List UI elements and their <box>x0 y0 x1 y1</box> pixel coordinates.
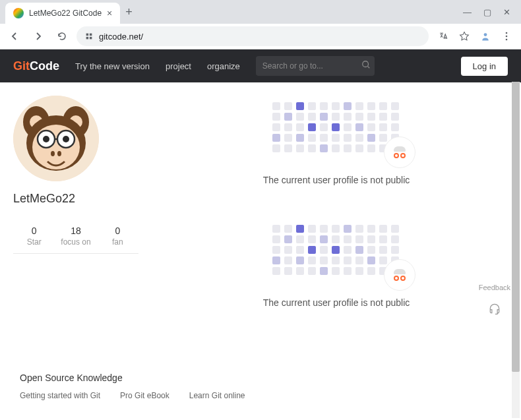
svg-rect-2 <box>86 37 89 40</box>
footer-link-pro-git[interactable]: Pro Git eBook <box>120 391 169 400</box>
url-text: gitcode.net/ <box>99 32 143 42</box>
footer-link-getting-started[interactable]: Getting started with Git <box>20 391 100 400</box>
minimize-icon[interactable]: — <box>463 7 472 17</box>
svg-point-6 <box>506 36 508 38</box>
reload-icon[interactable] <box>53 27 71 45</box>
svg-point-22 <box>57 151 61 156</box>
empty-message: The current user profile is not public <box>165 175 508 185</box>
empty-illustration <box>270 102 402 162</box>
svg-point-8 <box>363 61 369 67</box>
stat-star[interactable]: 0 Star <box>13 225 55 247</box>
nav-organize[interactable]: organize <box>207 61 240 71</box>
site-settings-icon <box>84 32 94 41</box>
svg-point-7 <box>506 39 508 41</box>
menu-icon[interactable] <box>497 27 516 45</box>
svg-rect-0 <box>86 34 89 36</box>
logo[interactable]: GitCode <box>13 59 59 73</box>
tab-favicon <box>13 8 24 18</box>
back-icon[interactable] <box>5 27 24 45</box>
footer-link-learn-git[interactable]: Learn Git online <box>189 391 245 400</box>
stat-fan[interactable]: 0 fan <box>97 225 138 247</box>
svg-point-19 <box>43 136 49 142</box>
avatar[interactable] <box>13 96 99 181</box>
incognito-icon <box>384 259 415 291</box>
nav-try-new[interactable]: Try the new version <box>75 61 150 71</box>
scrollbar[interactable] <box>512 82 520 418</box>
headset-icon[interactable] <box>488 302 501 315</box>
svg-point-15 <box>32 125 80 169</box>
empty-state-1: The current user profile is not public <box>165 102 508 185</box>
stats-row: 0 Star 18 focus on 0 fan <box>13 219 138 254</box>
logo-code: Code <box>30 59 59 73</box>
search-box[interactable] <box>256 56 375 76</box>
browser-tab[interactable]: LetMeGo22 GitCode × <box>5 3 120 24</box>
svg-rect-1 <box>90 34 92 36</box>
empty-state-2: The current user profile is not public <box>165 225 508 308</box>
footer-title: Open Source Knowledge <box>20 373 488 383</box>
search-input[interactable] <box>262 61 361 71</box>
svg-point-4 <box>484 33 487 36</box>
username: LetMeGo22 <box>13 192 138 206</box>
svg-rect-3 <box>90 37 92 40</box>
nav-project[interactable]: project <box>166 61 191 71</box>
logo-git: Git <box>13 59 30 73</box>
login-button[interactable]: Log in <box>461 57 508 76</box>
footer-links: Getting started with Git Pro Git eBook L… <box>20 391 488 400</box>
maximize-icon[interactable]: ▢ <box>483 7 491 17</box>
profile-icon[interactable] <box>476 27 495 45</box>
tab-title: LetMeGo22 GitCode <box>29 9 102 18</box>
svg-point-20 <box>63 136 69 142</box>
empty-illustration <box>270 225 402 284</box>
close-icon[interactable]: × <box>107 8 112 18</box>
feedback-label: Feedback <box>479 284 510 291</box>
translate-icon[interactable] <box>434 27 452 45</box>
stat-focus[interactable]: 18 focus on <box>55 225 96 247</box>
browser-chrome: LetMeGo22 GitCode × + — ▢ ✕ gitcode.net/ <box>0 0 521 49</box>
scrollbar-thumb[interactable] <box>512 82 520 372</box>
incognito-icon <box>384 136 415 168</box>
search-icon[interactable] <box>361 60 371 72</box>
site-navbar: GitCode Try the new version project orga… <box>0 49 521 82</box>
address-bar[interactable]: gitcode.net/ <box>77 26 429 46</box>
new-tab-button[interactable]: + <box>125 5 133 19</box>
nav-bar: gitcode.net/ <box>0 24 521 49</box>
bookmark-icon[interactable] <box>455 27 474 45</box>
close-window-icon[interactable]: ✕ <box>503 7 510 17</box>
footer: Open Source Knowledge Getting started wi… <box>7 359 501 413</box>
forward-icon[interactable] <box>29 27 47 45</box>
window-controls: — ▢ ✕ <box>463 7 516 17</box>
empty-message: The current user profile is not public <box>165 297 508 308</box>
tab-bar: LetMeGo22 GitCode × + — ▢ ✕ <box>0 0 521 24</box>
feedback-widget[interactable]: Feedback <box>479 284 510 315</box>
svg-point-21 <box>51 151 55 156</box>
svg-point-5 <box>506 32 508 34</box>
